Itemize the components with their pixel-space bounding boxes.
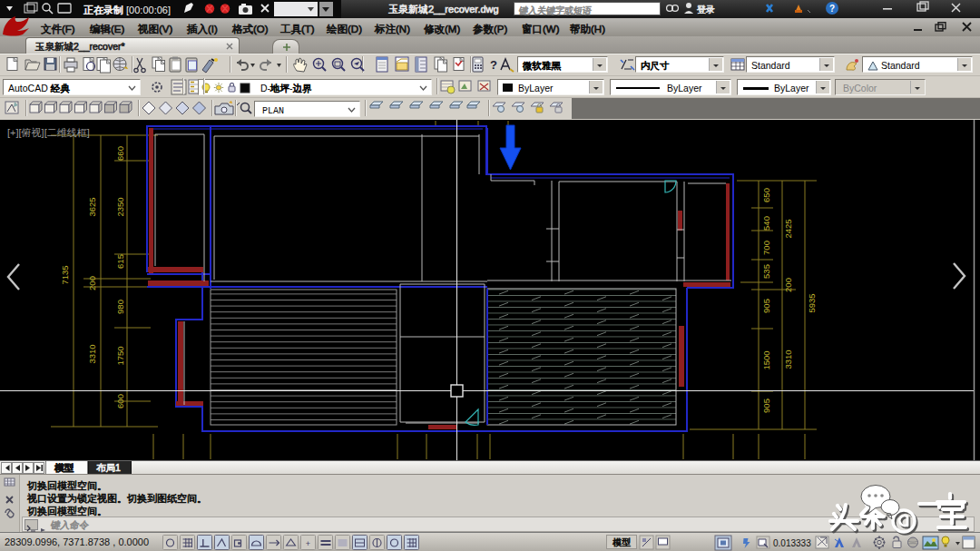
svg-text:1500: 1500: [761, 350, 771, 369]
svg-text:3310: 3310: [87, 344, 97, 363]
svg-text:905: 905: [761, 299, 771, 313]
svg-text:+: +: [306, 539, 310, 548]
svg-text:535: 535: [761, 264, 771, 279]
svg-text:1750: 1750: [115, 346, 125, 365]
svg-text:?: ?: [490, 58, 497, 72]
svg-text:?: ?: [829, 4, 835, 14]
svg-text:2350: 2350: [115, 197, 125, 216]
svg-text:[+][俯视][二维线框]: [+][俯视][二维线框]: [7, 127, 90, 138]
svg-text:600: 600: [115, 394, 125, 408]
svg-text:3625: 3625: [87, 197, 97, 216]
svg-text:0.013333: 0.013333: [773, 538, 811, 548]
svg-text:615: 615: [115, 254, 125, 269]
svg-text:5935: 5935: [807, 293, 817, 312]
svg-text:7135: 7135: [60, 265, 70, 284]
svg-text:660: 660: [115, 146, 125, 161]
svg-text:650: 650: [761, 188, 771, 202]
svg-text:2425: 2425: [783, 219, 793, 238]
svg-text:200: 200: [87, 276, 97, 290]
svg-text:980: 980: [115, 300, 125, 314]
svg-text:3310: 3310: [783, 349, 793, 369]
svg-text:200: 200: [783, 278, 793, 292]
svg-text:905: 905: [761, 398, 771, 413]
svg-text:540: 540: [761, 216, 771, 231]
svg-text:700: 700: [761, 241, 771, 255]
